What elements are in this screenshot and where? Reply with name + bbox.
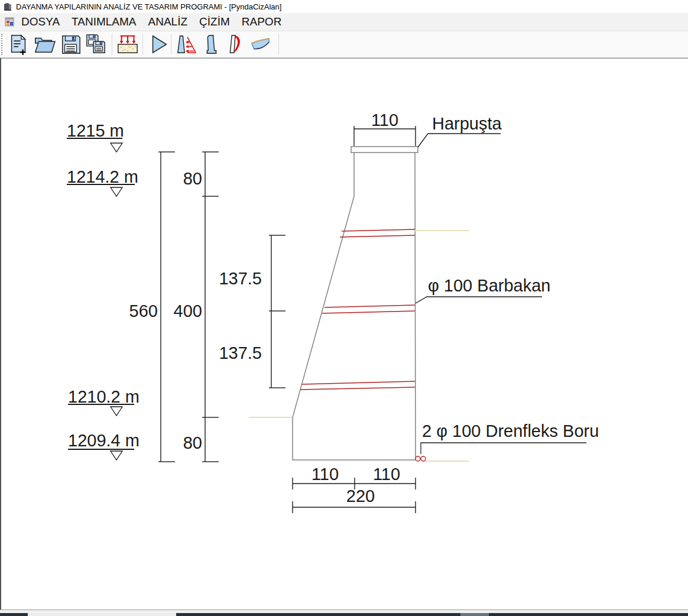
menu-analiz[interactable]: ANALİZ <box>142 15 194 28</box>
elevation-label-1214-2: 1214.2 m <box>67 169 138 184</box>
window-title: DAYANMA YAPILARININ ANALİZ VE TASARIM PR… <box>16 2 281 11</box>
dim-top-80: 80 <box>165 171 202 186</box>
earth-pressure-button[interactable] <box>174 32 199 57</box>
slip-surface-button[interactable] <box>247 32 272 57</box>
run-analysis-button[interactable] <box>146 32 171 57</box>
dim-base-front: 110 <box>297 466 353 482</box>
moment-diagram-button[interactable] <box>222 32 247 57</box>
toolbar-grip[interactable] <box>1 34 4 55</box>
dim-spacing-upper: 137.5 <box>207 271 262 286</box>
mdi-child-icon <box>5 17 14 27</box>
drawing-canvas[interactable] <box>0 58 688 609</box>
toolbar-separator <box>278 34 279 55</box>
app-icon <box>4 2 12 11</box>
label-drenfleks: 2 φ 100 Drenfleks Boru <box>422 423 599 439</box>
save-all-button[interactable] <box>83 32 108 57</box>
save-all-icon <box>85 33 107 56</box>
dim-spacing-lower: 137.5 <box>207 345 262 361</box>
horizontal-scrollbar[interactable] <box>0 613 688 616</box>
new-document-icon <box>8 33 30 56</box>
dim-cap-width: 110 <box>354 112 416 128</box>
title-bar: DAYANMA YAPILARININ ANALİZ VE TASARIM PR… <box>0 0 688 13</box>
surcharge-load-icon <box>116 33 139 56</box>
toolbar-separator <box>112 34 112 55</box>
wall-section-button[interactable] <box>199 32 224 57</box>
open-file-button[interactable] <box>31 32 57 57</box>
dim-base-total: 220 <box>333 488 388 504</box>
elevation-label-1215: 1215 m <box>67 123 124 138</box>
moment-diagram-icon <box>223 33 246 56</box>
elevation-label-1210-2: 1210.2 m <box>68 389 139 404</box>
save-icon <box>60 33 82 56</box>
menu-rapor[interactable]: RAPOR <box>236 15 288 28</box>
toolbar <box>0 31 688 58</box>
save-button[interactable] <box>58 32 83 57</box>
open-file-icon <box>33 33 56 56</box>
slip-surface-icon <box>248 33 272 56</box>
run-analysis-icon <box>148 33 170 56</box>
menu-bar: DOSYA TANIMLAMA ANALİZ ÇİZİM RAPOR <box>0 13 688 31</box>
earth-pressure-icon <box>176 33 198 56</box>
application-window: DAYANMA YAPILARININ ANALİZ VE TASARIM PR… <box>0 0 688 616</box>
menu-cizim[interactable]: ÇİZİM <box>193 15 236 28</box>
menu-dosya[interactable]: DOSYA <box>15 15 66 28</box>
label-barbakan: φ 100 Barbakan <box>428 278 550 293</box>
new-document-button[interactable] <box>6 32 31 57</box>
dim-total-height: 560 <box>121 303 158 319</box>
scrollbar-thumb[interactable] <box>28 613 176 616</box>
surcharge-load-button[interactable] <box>115 32 140 57</box>
dim-bottom-80: 80 <box>165 435 202 450</box>
toolbar-separator <box>171 34 171 55</box>
dim-base-back: 110 <box>359 466 414 482</box>
elevation-label-1209-4: 1209.4 m <box>68 433 139 448</box>
wall-section-icon <box>200 33 223 56</box>
scrollbar-thumb-secondary[interactable] <box>460 613 489 616</box>
dim-stem-height: 400 <box>165 303 202 319</box>
toolbar-separator <box>142 34 143 55</box>
menu-tanimlama[interactable]: TANIMLAMA <box>66 15 142 28</box>
label-harpusta: Harpuşta <box>432 116 502 131</box>
